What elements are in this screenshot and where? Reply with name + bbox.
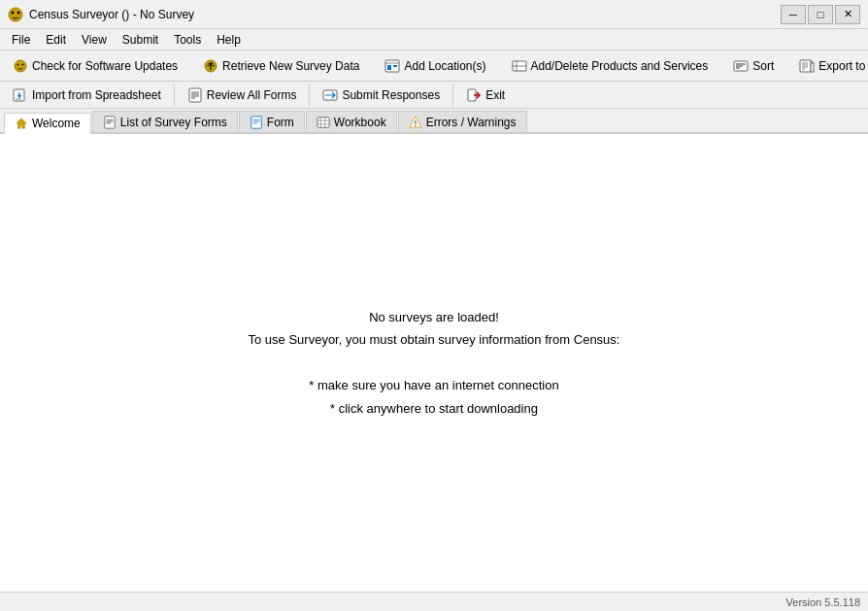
- submit-responses-label: Submit Responses: [342, 88, 440, 102]
- window-controls: ─ □ ✕: [781, 5, 860, 24]
- retrieve-survey-data-button[interactable]: Retrieve New Survey Data: [194, 53, 368, 79]
- welcome-tab-icon: [15, 117, 28, 130]
- tab-form-label: Form: [267, 116, 294, 129]
- sort-button[interactable]: Sort: [724, 53, 783, 79]
- app-icon: [8, 7, 23, 22]
- tab-form[interactable]: Form: [239, 111, 305, 132]
- window-title: Census Surveyor () - No Survey: [29, 8, 194, 21]
- add-location-button[interactable]: Add Location(s): [376, 53, 494, 79]
- products-icon: [512, 58, 527, 74]
- svg-rect-20: [811, 63, 814, 72]
- svg-point-1: [12, 11, 15, 14]
- review-icon: [187, 87, 203, 103]
- no-surveys-line4: * make sure you have an internet connect…: [249, 374, 620, 396]
- svg-rect-38: [251, 116, 262, 127]
- separator7: [309, 85, 310, 106]
- review-all-forms-button[interactable]: Review All Forms: [179, 83, 306, 108]
- status-bar: Version 5.5.118: [0, 592, 868, 611]
- tab-errors-label: Errors / Warnings: [426, 116, 517, 129]
- export-icon: [799, 58, 815, 74]
- toolbar-row2: Import from Spreadsheet Review All Forms…: [0, 82, 868, 109]
- svg-rect-34: [105, 116, 116, 127]
- svg-point-2: [17, 11, 20, 14]
- menu-file[interactable]: File: [4, 31, 38, 49]
- retrieve-survey-label: Retrieve New Survey Data: [222, 59, 359, 73]
- no-surveys-spacer: [249, 352, 620, 374]
- svg-point-5: [22, 63, 24, 65]
- svg-rect-10: [387, 65, 391, 70]
- menu-view[interactable]: View: [74, 31, 115, 49]
- tab-errors-warnings[interactable]: Errors / Warnings: [398, 111, 527, 132]
- add-delete-products-label: Add/Delete Products and Services: [531, 59, 709, 73]
- import-spreadsheet-button[interactable]: Import from Spreadsheet: [4, 83, 170, 108]
- svg-point-48: [415, 124, 416, 125]
- tab-list-forms-label: List of Survey Forms: [120, 116, 227, 129]
- svg-rect-19: [800, 60, 811, 72]
- no-surveys-line1: No surveys are loaded!: [249, 306, 620, 328]
- list-tab-icon: [103, 116, 117, 129]
- no-surveys-line5: * click anywhere to start downloading: [249, 397, 620, 420]
- welcome-message: No surveys are loaded! To use Surveyor, …: [249, 306, 620, 420]
- exit-icon: [466, 87, 482, 103]
- refresh-icon: [13, 58, 28, 74]
- workbook-tab-icon: [317, 116, 330, 129]
- export-label: Export to Spreadsheet: [818, 59, 868, 73]
- add-delete-products-button[interactable]: Add/Delete Products and Services: [503, 53, 718, 79]
- menu-tools[interactable]: Tools: [166, 31, 209, 49]
- errors-tab-icon: [409, 116, 422, 129]
- sort-label: Sort: [752, 59, 774, 73]
- antenna-icon: [203, 58, 218, 74]
- svg-rect-11: [393, 65, 397, 67]
- exit-label: Exit: [485, 88, 505, 102]
- review-forms-label: Review All Forms: [207, 88, 297, 102]
- close-button[interactable]: ✕: [835, 5, 860, 24]
- main-content[interactable]: No surveys are loaded! To use Surveyor, …: [0, 134, 868, 592]
- tab-welcome-label: Welcome: [32, 117, 81, 130]
- separator6: [174, 85, 175, 106]
- version-text: Version 5.5.118: [786, 596, 860, 608]
- tab-welcome[interactable]: Welcome: [4, 113, 91, 134]
- svg-rect-42: [317, 117, 329, 127]
- form-tab-icon: [250, 116, 263, 129]
- maximize-button[interactable]: □: [808, 5, 833, 24]
- menu-help[interactable]: Help: [209, 31, 249, 49]
- no-surveys-line2: To use Surveyor, you must obtain survey …: [249, 328, 620, 351]
- add-location-label: Add Location(s): [404, 59, 485, 73]
- sort-icon: [733, 58, 749, 74]
- toolbar-row1: Check for Software Updates Retrieve New …: [0, 51, 868, 82]
- tab-bar: Welcome List of Survey Forms Form Workbo…: [0, 109, 868, 134]
- exit-button[interactable]: Exit: [457, 83, 514, 108]
- separator8: [452, 85, 453, 106]
- tab-list-of-survey-forms[interactable]: List of Survey Forms: [92, 111, 238, 132]
- location-icon: [384, 58, 400, 74]
- svg-rect-27: [189, 88, 201, 102]
- check-software-updates-button[interactable]: Check for Software Updates: [4, 53, 186, 79]
- submit-icon: [322, 87, 338, 103]
- import-icon: [13, 87, 28, 103]
- svg-point-4: [17, 63, 19, 65]
- svg-point-3: [15, 60, 26, 72]
- menu-bar: File Edit View Submit Tools Help: [0, 29, 868, 51]
- check-updates-label: Check for Software Updates: [32, 59, 178, 73]
- import-label: Import from Spreadsheet: [32, 88, 161, 102]
- tab-workbook-label: Workbook: [334, 116, 386, 129]
- minimize-button[interactable]: ─: [781, 5, 806, 24]
- tab-workbook[interactable]: Workbook: [306, 111, 397, 132]
- export-spreadsheet-button[interactable]: Export to Spreadsheet: [790, 53, 868, 79]
- title-bar: Census Surveyor () - No Survey ─ □ ✕: [0, 0, 868, 29]
- menu-edit[interactable]: Edit: [38, 31, 74, 49]
- submit-responses-button[interactable]: Submit Responses: [314, 83, 449, 108]
- menu-submit[interactable]: Submit: [115, 31, 166, 49]
